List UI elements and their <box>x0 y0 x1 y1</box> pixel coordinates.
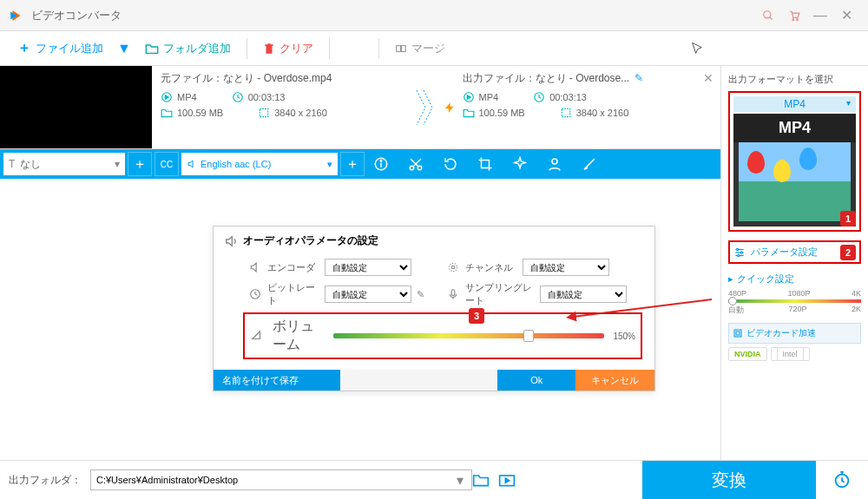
callout-badge-3: 3 <box>469 308 484 324</box>
output-format-box[interactable]: MP4 MP4 1 <box>728 91 861 232</box>
video-thumbnail[interactable] <box>0 66 152 148</box>
cc-button[interactable]: CC <box>155 152 179 176</box>
svg-point-25 <box>738 254 740 256</box>
format-dropdown[interactable]: MP4 <box>733 96 856 112</box>
output-file-label: 出力ファイル：なとり - Overdose... <box>463 72 630 84</box>
info-icon[interactable] <box>373 156 389 172</box>
add-folder-button[interactable]: フォルダ追加 <box>136 37 240 60</box>
intel-badge: Intel <box>771 347 810 361</box>
cart-icon[interactable] <box>781 3 807 29</box>
svg-rect-27 <box>736 332 740 335</box>
main-toolbar: ＋ファイル追加 ▼ フォルダ追加 クリア マージ <box>0 31 868 66</box>
output-folder-label: 出力フォルダ： <box>9 473 82 488</box>
svg-point-31 <box>449 263 457 271</box>
enhance-icon[interactable] <box>582 156 597 172</box>
param-settings-button[interactable]: パラメータ設定 2 <box>728 240 861 264</box>
svg-point-2 <box>792 18 794 20</box>
arrow-separator-icon <box>411 71 437 143</box>
search-icon[interactable] <box>755 3 781 29</box>
open-folder-icon[interactable] <box>472 472 490 488</box>
audio-params-panel: オーディオパラメータの設定 エンコーダ 自動設定 チャンネル 自動設定 ビットレ… <box>213 226 655 391</box>
bitrate-select[interactable]: 自動設定 <box>325 286 411 303</box>
quick-settings-label: ▸クイック設定 <box>728 272 861 286</box>
add-audio-button[interactable]: ＋ <box>340 152 365 176</box>
format-select-label: 出力フォーマットを選択 <box>728 73 861 86</box>
gpu-accel-button[interactable]: ビデオカード加速 <box>728 323 861 344</box>
footer: 出力フォルダ： ▾ 変換 <box>0 460 868 499</box>
watermark-icon[interactable] <box>547 156 562 172</box>
file-row: 元ファイル：なとり - Overdose.mp4 MP4 00:03:13 10… <box>0 66 720 149</box>
encoder-select[interactable]: 自動設定 <box>325 259 411 276</box>
effects-icon[interactable] <box>512 156 528 172</box>
volume-value: 150% <box>613 332 635 341</box>
svg-rect-26 <box>734 330 741 337</box>
crop-icon[interactable] <box>477 156 493 172</box>
ok-button[interactable]: Ok <box>497 370 576 391</box>
audio-track-select[interactable]: English aac (LC)▾ <box>181 153 338 175</box>
svg-line-1 <box>770 16 773 19</box>
add-file-button[interactable]: ＋ファイル追加 <box>9 36 112 61</box>
svg-point-30 <box>451 266 455 269</box>
app-logo-icon <box>9 8 24 23</box>
titlebar: ビデオコンバータ — ✕ <box>0 0 868 31</box>
callout-badge-2: 2 <box>840 245 856 260</box>
svg-rect-4 <box>397 45 401 51</box>
samplerate-select[interactable]: 自動設定 <box>540 286 627 303</box>
subtitle-select[interactable]: Tなし▾ <box>3 153 125 175</box>
sidebar: 出力フォーマットを選択 MP4 MP4 1 パラメータ設定 2 ▸クイック設定 … <box>720 66 868 460</box>
svg-point-3 <box>797 18 799 20</box>
source-file-label: 元ファイル：なとり - Overdose.mp4 <box>161 71 411 86</box>
add-file-dropdown[interactable]: ▼ <box>117 41 131 56</box>
svg-point-0 <box>764 10 771 17</box>
cut-icon[interactable] <box>408 156 424 172</box>
minimize-button[interactable]: — <box>807 3 833 29</box>
add-subtitle-button[interactable]: ＋ <box>128 152 152 176</box>
svg-point-19 <box>552 159 557 164</box>
bitrate-edit-icon[interactable]: ✎ <box>417 289 424 300</box>
convert-button[interactable]: 変換 <box>642 461 816 500</box>
save-as-button[interactable]: 名前を付けて保存 <box>214 370 340 391</box>
window-title: ビデオコンバータ <box>31 8 755 23</box>
svg-rect-8 <box>260 108 268 116</box>
callout-badge-1: 1 <box>840 211 856 227</box>
volume-row: ボリューム 150% <box>243 312 642 359</box>
svg-rect-33 <box>451 290 455 296</box>
format-preview: MP4 <box>733 114 856 227</box>
clear-button[interactable]: クリア <box>254 37 322 60</box>
svg-point-14 <box>380 161 382 162</box>
svg-rect-5 <box>401 45 405 51</box>
rotate-icon[interactable] <box>443 156 458 172</box>
close-button[interactable]: ✕ <box>833 3 859 29</box>
svg-point-23 <box>737 248 739 250</box>
bolt-icon <box>437 71 463 143</box>
timer-icon[interactable] <box>825 470 859 489</box>
control-bar: Tなし▾ ＋ CC English aac (LC)▾ ＋ <box>0 149 720 179</box>
remove-file-button[interactable]: ✕ <box>703 71 713 85</box>
quality-slider[interactable] <box>728 299 861 303</box>
video-folder-icon[interactable] <box>498 472 516 488</box>
svg-point-24 <box>740 251 742 253</box>
merge-button[interactable]: マージ <box>386 37 454 60</box>
channel-select[interactable]: 自動設定 <box>523 259 609 276</box>
nvidia-badge: NVIDIA <box>728 347 767 361</box>
volume-slider[interactable] <box>333 333 604 338</box>
cancel-button[interactable]: キャンセル <box>575 370 654 391</box>
output-folder-input[interactable] <box>90 469 472 490</box>
svg-rect-11 <box>562 108 569 116</box>
edit-name-icon[interactable]: ✎ <box>635 72 643 84</box>
